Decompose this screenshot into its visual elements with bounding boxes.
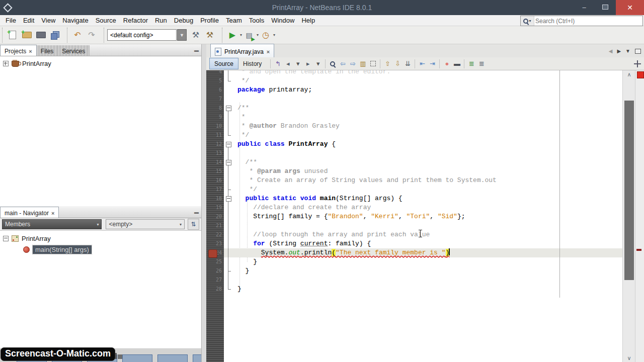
- profile-project-dropdown-icon[interactable]: ▾: [273, 33, 275, 37]
- code-line-22[interactable]: //loop through the array and print each …: [224, 230, 622, 239]
- code-line-25[interactable]: }: [224, 257, 622, 266]
- next-bookmark-icon[interactable]: ●: [442, 59, 452, 69]
- toggle-highlight-icon[interactable]: ▥: [358, 59, 368, 69]
- run-project-icon[interactable]: ▶: [226, 29, 239, 42]
- toggle-bookmark-icon[interactable]: ▬: [452, 59, 462, 69]
- code-line-15[interactable]: * @param args unused: [224, 167, 622, 176]
- undo-icon[interactable]: ↶: [71, 29, 84, 42]
- code-line-21[interactable]: [224, 221, 622, 230]
- code-line-5[interactable]: */: [224, 76, 622, 85]
- maximize-document-icon[interactable]: [635, 49, 641, 54]
- fold-toggle-icon[interactable]: [226, 160, 231, 165]
- duplicate-line-icon[interactable]: ⇊: [403, 59, 413, 69]
- code-line-27[interactable]: [224, 276, 622, 285]
- error-mark[interactable]: [636, 249, 641, 251]
- project-tree-item[interactable]: PrintArray: [3, 60, 201, 67]
- build-project-icon[interactable]: ⚒: [189, 29, 202, 42]
- menu-view[interactable]: View: [38, 16, 59, 25]
- source-view-button[interactable]: Source: [209, 58, 238, 69]
- save-all-icon[interactable]: [48, 29, 61, 42]
- minimize-group-icon[interactable]: ▬: [194, 48, 199, 53]
- close-icon[interactable]: ×: [51, 210, 54, 216]
- code-line-7[interactable]: [224, 95, 622, 104]
- menu-window[interactable]: Window: [268, 16, 298, 25]
- maximize-button[interactable]: [595, 0, 616, 15]
- scroll-tabs-right-icon[interactable]: ▶: [617, 48, 621, 54]
- menu-help[interactable]: Help: [298, 16, 318, 25]
- menu-team[interactable]: Team: [222, 16, 246, 25]
- back-icon[interactable]: ◂: [283, 59, 293, 69]
- close-icon[interactable]: ×: [267, 49, 270, 55]
- move-down-icon[interactable]: ⇩: [392, 59, 403, 69]
- code-line-6[interactable]: package printarray;: [224, 85, 622, 95]
- code-line-13[interactable]: [224, 149, 622, 158]
- new-file-icon[interactable]: +: [6, 29, 19, 42]
- members-combo[interactable]: Members ▾: [2, 219, 102, 229]
- tab-navigator[interactable]: main - Navigator ×: [0, 207, 59, 218]
- search-icon[interactable]: ▾: [521, 16, 534, 26]
- menu-profile[interactable]: Profile: [197, 16, 222, 25]
- shift-left-icon[interactable]: ⇤: [417, 59, 427, 69]
- code-editor[interactable]: * and open the template in the editor. *…: [206, 70, 644, 362]
- profile-project-icon[interactable]: ◷: [259, 29, 272, 42]
- scrollbar-thumb[interactable]: [624, 101, 634, 280]
- code-line-28[interactable]: }: [224, 285, 622, 294]
- forward-dropdown-icon[interactable]: ▾: [313, 59, 323, 69]
- open-project-icon[interactable]: [34, 29, 47, 42]
- new-project-icon[interactable]: +: [20, 29, 33, 42]
- close-button[interactable]: ✕: [616, 0, 644, 15]
- code-line-4[interactable]: * and open the template in the editor.: [224, 70, 622, 76]
- quick-search[interactable]: ▾: [520, 16, 643, 26]
- debug-project-icon[interactable]: ▤▶: [243, 29, 256, 42]
- code-line-19[interactable]: //declare and create the array: [224, 203, 622, 212]
- config-combo[interactable]: <default config>: [107, 29, 177, 41]
- clean-build-icon[interactable]: ⚒: [203, 29, 216, 42]
- menu-edit[interactable]: Edit: [20, 16, 38, 25]
- run-project-dropdown-icon[interactable]: ▾: [240, 33, 242, 37]
- code-line-20[interactable]: String[] family = {"Brandon", "Kerri", "…: [224, 212, 622, 221]
- fold-toggle-icon[interactable]: [226, 196, 231, 202]
- error-indicator[interactable]: [637, 71, 644, 78]
- code-line-26[interactable]: }: [224, 266, 622, 276]
- search-input[interactable]: [534, 17, 637, 25]
- scroll-tabs-left-icon[interactable]: ◀: [609, 48, 613, 54]
- tab-services[interactable]: Services: [58, 45, 90, 56]
- config-combo-arrow-icon[interactable]: ▼: [177, 29, 187, 41]
- fold-toggle-icon[interactable]: [226, 142, 231, 147]
- back-dropdown-icon[interactable]: ▾: [293, 59, 303, 69]
- code-line-14[interactable]: /**: [224, 158, 622, 167]
- menu-debug[interactable]: Debug: [171, 16, 197, 25]
- menu-tools[interactable]: Tools: [246, 16, 268, 25]
- close-icon[interactable]: ×: [29, 48, 32, 54]
- next-occurrence-icon[interactable]: ⇨: [348, 59, 358, 69]
- error-glyph-icon[interactable]: [208, 249, 217, 258]
- uncomment-icon[interactable]: ≣: [476, 59, 487, 69]
- forward-icon[interactable]: ▸: [303, 59, 313, 69]
- comment-icon[interactable]: ≣: [466, 59, 476, 69]
- navigator-class-item[interactable]: PrintArray: [3, 235, 201, 242]
- history-view-button[interactable]: History: [238, 58, 266, 69]
- debug-project-dropdown-icon[interactable]: ▾: [257, 33, 259, 37]
- code-line-11[interactable]: */: [224, 131, 622, 140]
- code-line-12[interactable]: public class PrintArray {: [224, 140, 622, 149]
- expand-icon[interactable]: [3, 61, 9, 66]
- scroll-up-icon[interactable]: ∧: [623, 70, 635, 78]
- tab-projects[interactable]: Projects ×: [0, 45, 37, 56]
- tab-printarray-java[interactable]: PrintArray.java ×: [210, 44, 274, 57]
- menu-source[interactable]: Source: [92, 16, 120, 25]
- document-list-icon[interactable]: ▼: [625, 48, 630, 54]
- tab-files[interactable]: Files: [37, 45, 58, 56]
- code-line-18[interactable]: public static void main(String[] args) {: [224, 194, 622, 203]
- filter-combo[interactable]: <empty> ▾: [106, 219, 185, 229]
- minimize-group-icon[interactable]: ▬: [194, 210, 199, 215]
- code-line-24[interactable]: System.out.println("The next family memb…: [224, 248, 622, 257]
- scroll-down-icon[interactable]: ∨: [623, 354, 635, 362]
- shift-right-icon[interactable]: ⇥: [427, 59, 437, 69]
- split-document-icon[interactable]: [633, 60, 641, 68]
- code-line-23[interactable]: for (String current: family) {: [224, 239, 622, 248]
- last-edit-icon[interactable]: ↰: [273, 59, 283, 69]
- code-line-9[interactable]: *: [224, 113, 622, 122]
- sort-members-button[interactable]: ⇅: [188, 219, 199, 230]
- vertical-scrollbar[interactable]: ∧ ∨: [622, 70, 635, 362]
- collapse-icon[interactable]: [3, 236, 9, 241]
